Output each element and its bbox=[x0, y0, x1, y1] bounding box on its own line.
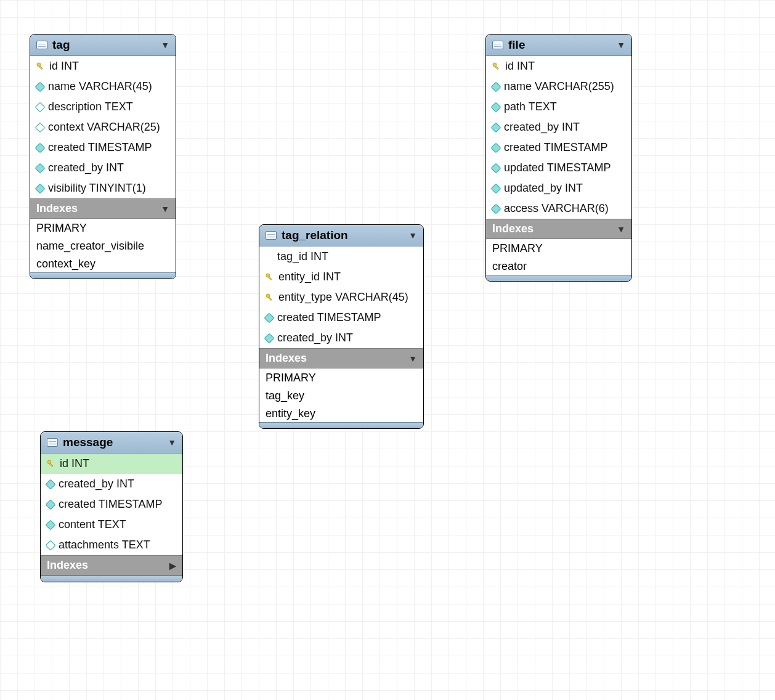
column-row[interactable]: access VARCHAR(6) bbox=[486, 198, 631, 219]
columns-list: tag_id INTentity_id INTentity_type VARCH… bbox=[259, 246, 423, 348]
column-label: entity_id INT bbox=[278, 271, 341, 283]
column-label: id INT bbox=[49, 60, 79, 73]
index-item[interactable]: PRIMARY bbox=[30, 219, 176, 237]
index-item[interactable]: creator bbox=[486, 257, 631, 275]
diagram-canvas[interactable]: tag▼id INTname VARCHAR(45)description TE… bbox=[0, 0, 775, 700]
column-label: access VARCHAR(6) bbox=[504, 202, 609, 215]
indexes-label: Indexes bbox=[266, 352, 408, 365]
column-row[interactable]: description TEXT bbox=[30, 97, 176, 117]
indexes-header[interactable]: Indexes▼ bbox=[486, 219, 631, 239]
column-row[interactable]: id INT bbox=[486, 56, 631, 76]
column-label: name VARCHAR(45) bbox=[48, 80, 152, 93]
column-filled-icon bbox=[491, 102, 501, 112]
column-label: created_by INT bbox=[48, 161, 124, 174]
entity-title: file bbox=[508, 38, 612, 52]
column-label: id INT bbox=[505, 60, 535, 73]
chevron-right-icon[interactable]: ▶ bbox=[169, 561, 176, 571]
column-label: path TEXT bbox=[504, 100, 557, 113]
svg-rect-13 bbox=[269, 297, 272, 301]
entity-header[interactable]: file▼ bbox=[486, 35, 631, 56]
column-filled-icon bbox=[35, 163, 46, 173]
chevron-down-icon[interactable]: ▼ bbox=[161, 204, 169, 214]
entity-file[interactable]: file▼id INTname VARCHAR(255)path TEXTcre… bbox=[485, 34, 632, 282]
column-filled-icon bbox=[491, 183, 501, 193]
column-row[interactable]: visibility TINYINT(1) bbox=[30, 178, 176, 198]
column-row[interactable]: entity_type VARCHAR(45) bbox=[259, 287, 423, 307]
chevron-down-icon[interactable]: ▼ bbox=[168, 437, 176, 447]
chevron-down-icon[interactable]: ▼ bbox=[161, 40, 169, 50]
svg-rect-11 bbox=[269, 277, 272, 280]
column-row[interactable]: created TIMESTAMP bbox=[41, 494, 182, 515]
column-label: created_by INT bbox=[504, 121, 580, 134]
table-icon bbox=[266, 231, 277, 240]
primary-key-icon bbox=[47, 460, 55, 468]
column-row[interactable]: created TIMESTAMP bbox=[30, 137, 176, 158]
column-filled-icon bbox=[35, 142, 46, 153]
primary-key-icon bbox=[266, 273, 274, 282]
column-row[interactable]: created_by INT bbox=[30, 158, 176, 178]
column-label: created TIMESTAMP bbox=[504, 141, 607, 154]
column-row[interactable]: attachments TEXT bbox=[41, 535, 182, 555]
index-item[interactable]: PRIMARY bbox=[259, 368, 423, 386]
columns-list: id INTname VARCHAR(45)description TEXTco… bbox=[30, 56, 176, 198]
entity-header[interactable]: tag▼ bbox=[30, 35, 176, 56]
index-item[interactable]: PRIMARY bbox=[486, 239, 631, 257]
entity-header[interactable]: message▼ bbox=[41, 432, 182, 454]
column-row[interactable]: id INT bbox=[30, 56, 176, 76]
entity-title: message bbox=[63, 436, 163, 449]
primary-key-icon bbox=[266, 293, 274, 302]
column-row[interactable]: name VARCHAR(255) bbox=[486, 76, 631, 97]
column-row[interactable]: entity_id INT bbox=[259, 267, 423, 287]
column-filled-icon bbox=[491, 142, 501, 153]
columns-list: id INTcreated_by INTcreated TIMESTAMPcon… bbox=[41, 454, 182, 555]
indexes-label: Indexes bbox=[492, 222, 617, 235]
index-item[interactable]: context_key bbox=[30, 254, 176, 272]
column-label: context VARCHAR(25) bbox=[48, 121, 160, 134]
column-label: description TEXT bbox=[48, 100, 133, 113]
chevron-down-icon[interactable]: ▼ bbox=[617, 224, 625, 234]
column-filled-icon bbox=[264, 312, 275, 323]
indexes-label: Indexes bbox=[47, 559, 169, 572]
column-label: entity_type VARCHAR(45) bbox=[278, 291, 408, 304]
column-row[interactable]: name VARCHAR(45) bbox=[30, 76, 176, 97]
column-row[interactable]: created_by INT bbox=[259, 328, 423, 348]
column-row[interactable]: updated TIMESTAMP bbox=[486, 158, 631, 178]
column-row[interactable]: created_by INT bbox=[486, 117, 631, 137]
entity-header[interactable]: tag_relation▼ bbox=[259, 225, 423, 246]
index-item[interactable]: tag_key bbox=[259, 386, 423, 404]
table-icon bbox=[492, 41, 503, 49]
chevron-down-icon[interactable]: ▼ bbox=[617, 40, 625, 50]
entity-footer bbox=[486, 275, 631, 281]
primary-key-icon bbox=[492, 62, 501, 71]
column-filled-icon bbox=[491, 81, 501, 92]
column-row[interactable]: id INT bbox=[41, 454, 182, 474]
column-row[interactable]: content TEXT bbox=[41, 515, 182, 535]
indexes-header[interactable]: Indexes▼ bbox=[259, 348, 423, 368]
column-hollow-icon bbox=[35, 122, 46, 132]
column-label: updated_by INT bbox=[504, 182, 583, 195]
chevron-down-icon[interactable]: ▼ bbox=[408, 354, 417, 364]
column-label: created TIMESTAMP bbox=[59, 498, 162, 511]
entity-tag[interactable]: tag▼id INTname VARCHAR(45)description TE… bbox=[30, 34, 176, 279]
column-label: tag_id INT bbox=[277, 250, 328, 263]
column-hollow-icon bbox=[46, 540, 56, 550]
index-item[interactable]: name_creator_visibile bbox=[30, 237, 176, 254]
column-filled-icon bbox=[491, 122, 501, 132]
entity-message[interactable]: message▼id INTcreated_by INTcreated TIME… bbox=[40, 431, 183, 582]
chevron-down-icon[interactable]: ▼ bbox=[408, 230, 417, 240]
column-row[interactable]: context VARCHAR(25) bbox=[30, 117, 176, 137]
index-item[interactable]: entity_key bbox=[259, 404, 423, 422]
column-row[interactable]: created TIMESTAMP bbox=[486, 137, 631, 158]
entity-footer bbox=[30, 272, 176, 279]
indexes-header[interactable]: Indexes▶ bbox=[41, 555, 182, 576]
entity-footer bbox=[41, 576, 182, 582]
column-row[interactable]: path TEXT bbox=[486, 97, 631, 117]
entity-footer bbox=[259, 422, 423, 428]
column-row[interactable]: updated_by INT bbox=[486, 178, 631, 198]
column-row[interactable]: tag_id INT bbox=[259, 246, 423, 267]
entity-tag_relation[interactable]: tag_relation▼tag_id INTentity_id INTenti… bbox=[259, 224, 424, 429]
indexes-header[interactable]: Indexes▼ bbox=[30, 198, 176, 219]
column-blank-icon bbox=[266, 253, 273, 261]
column-row[interactable]: created TIMESTAMP bbox=[259, 307, 423, 328]
column-row[interactable]: created_by INT bbox=[41, 474, 182, 494]
